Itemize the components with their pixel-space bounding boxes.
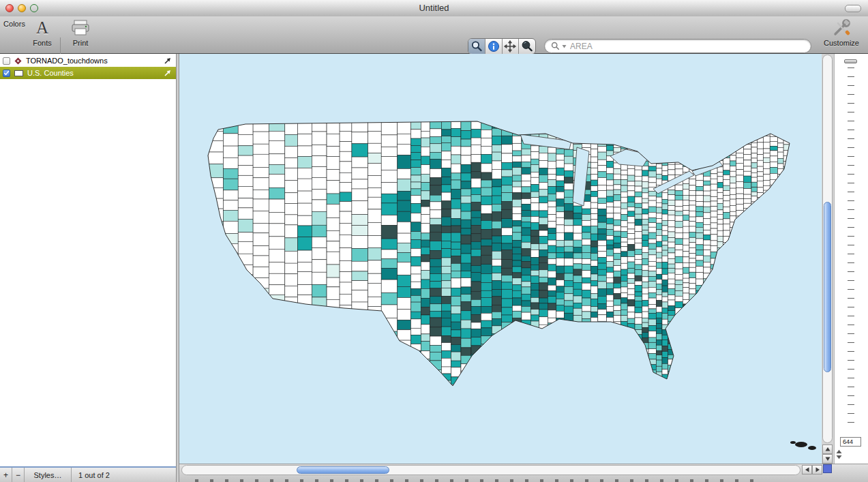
print-button[interactable]: Print xyxy=(64,18,97,47)
scroll-up-button[interactable] xyxy=(822,445,833,454)
layer-visibility-checkbox[interactable] xyxy=(3,57,10,65)
toolbar-toggle-lozenge[interactable] xyxy=(845,5,861,12)
checkmark-icon xyxy=(3,70,10,76)
scroll-down-button[interactable] xyxy=(822,454,833,464)
wrench-icon xyxy=(821,18,862,37)
colors-label: Colors xyxy=(1,20,27,28)
h-scrollbar-track[interactable] xyxy=(181,465,800,475)
scale-spinners xyxy=(836,449,842,460)
pan-tool-button[interactable] xyxy=(503,39,520,54)
polygon-layer-swatch-icon xyxy=(14,70,23,76)
point-layer-swatch-icon xyxy=(15,57,22,64)
add-layer-button[interactable]: + xyxy=(0,468,12,482)
v-scrollbar-thumb[interactable] xyxy=(824,202,831,372)
scrollbar-corner-box xyxy=(823,464,832,473)
app-window: Untitled Colors A Fonts Print xyxy=(0,0,868,482)
pan-tool-icon xyxy=(503,40,518,53)
cropped-text-artifact xyxy=(195,479,760,482)
printer-icon xyxy=(64,18,97,37)
zoom-in-tool-icon xyxy=(469,40,484,53)
remove-layer-button[interactable]: − xyxy=(12,468,25,482)
right-arrow-icon xyxy=(815,467,820,472)
print-label: Print xyxy=(64,39,97,47)
colors-button[interactable]: Colors xyxy=(1,18,27,28)
customize-button[interactable]: Customize xyxy=(821,18,862,47)
h-scrollbar-thumb[interactable] xyxy=(297,466,389,474)
fonts-label: Fonts xyxy=(29,39,56,47)
layer-name: TORNADO_touchdowns xyxy=(26,57,108,65)
spinner-up-button[interactable] xyxy=(836,449,842,454)
spinner-down-button[interactable] xyxy=(836,455,842,460)
info-tool-icon xyxy=(486,40,501,53)
ruler-ticks xyxy=(848,67,854,431)
toolbar: Colors A Fonts Print xyxy=(0,16,868,54)
titlebar: Untitled xyxy=(0,0,868,17)
map-canvas[interactable] xyxy=(179,54,822,464)
map-tools-segmented-control xyxy=(468,38,536,55)
zoom-out-tool-icon xyxy=(520,40,535,53)
layer-list: TORNADO_touchdowns U.S. Counties xyxy=(0,54,176,466)
layer-statusbar: + − Styles… 1 out of 2 xyxy=(0,466,176,482)
layer-name: U.S. Counties xyxy=(27,69,74,77)
search-menu-chevron-icon xyxy=(562,44,567,48)
scale-value-box: 644 xyxy=(840,437,861,447)
down-arrow-icon xyxy=(825,456,830,462)
zoom-scale-ruler[interactable]: 644 xyxy=(834,54,868,464)
layer-row-us-counties[interactable]: U.S. Counties xyxy=(0,67,176,79)
zoom-to-layer-icon xyxy=(163,69,172,78)
zoom-to-layer-icon xyxy=(163,57,172,65)
scroll-right-button[interactable] xyxy=(812,465,822,475)
search-icon xyxy=(551,42,560,50)
zoom-in-tool-button[interactable] xyxy=(468,39,485,54)
zoom-to-layer-button[interactable] xyxy=(163,69,172,78)
left-arrow-icon xyxy=(805,467,810,472)
zoom-ruler-thumb[interactable] xyxy=(844,59,857,63)
filter-search-input[interactable] xyxy=(569,41,805,52)
window-title: Untitled xyxy=(0,3,868,13)
fonts-icon: A xyxy=(29,18,56,37)
info-tool-button[interactable] xyxy=(485,39,503,54)
scroll-left-button[interactable] xyxy=(802,465,812,475)
up-arrow-icon xyxy=(825,447,830,452)
layer-visibility-checkbox[interactable] xyxy=(3,70,10,77)
customize-label: Customize xyxy=(821,39,862,47)
us-county-map[interactable] xyxy=(179,54,822,464)
styles-button[interactable]: Styles… xyxy=(25,468,72,482)
layer-row-tornado-touchdowns[interactable]: TORNADO_touchdowns xyxy=(0,55,176,67)
zoom-to-layer-button[interactable] xyxy=(163,57,172,65)
layer-count-label: 1 out of 2 xyxy=(72,468,110,482)
v-scrollbar-track[interactable] xyxy=(822,55,833,443)
zoom-out-tool-button[interactable] xyxy=(519,39,535,54)
fonts-button[interactable]: A Fonts xyxy=(29,18,56,47)
filter-search-field[interactable] xyxy=(544,39,811,53)
